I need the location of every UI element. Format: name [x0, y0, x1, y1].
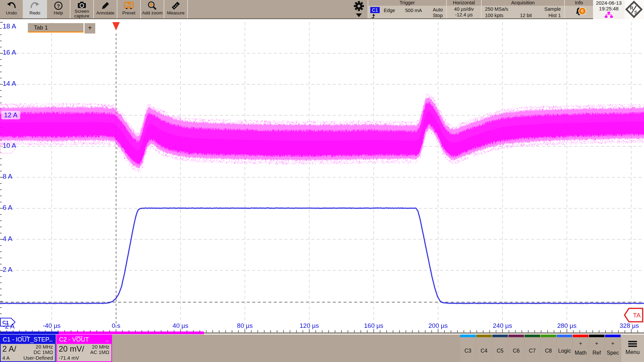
horizontal-section[interactable]: Horizontal 40 µs/div -12.4 µs [446, 0, 481, 18]
gear-icon [353, 1, 365, 13]
annotate-label: Annotate [96, 11, 114, 15]
x-axis-label: 40 µs [173, 322, 189, 329]
trigger-section[interactable]: Trigger C1 Edge 500 mA Auto Stop [368, 0, 446, 18]
redo-label: Redo [30, 11, 40, 15]
c1-scale: 2 A/ [2, 344, 16, 354]
channel-c6-button[interactable]: C6 [508, 335, 524, 362]
undo-icon [6, 1, 16, 11]
c3-color-strip [460, 335, 476, 337]
chevron-down-icon [356, 13, 362, 17]
c1-label: C1 - IOUT_STEP [3, 336, 49, 343]
add-zoom-button[interactable]: Add zoom [141, 0, 164, 18]
zoom-icon [148, 1, 157, 11]
preset-label: Preset [122, 11, 135, 15]
c2-bandwidth: 20 MHz [90, 344, 109, 350]
c2-offset: -71.4 mV [59, 355, 79, 361]
c1-minimize-button[interactable]: _ [49, 334, 52, 343]
undo-label: Undo [6, 11, 17, 15]
rising-edge-icon [371, 13, 376, 19]
svg-text:TA: TA [633, 312, 641, 319]
channel-c5-button[interactable]: C5 [492, 335, 508, 362]
redo-button[interactable]: Redo [23, 0, 47, 18]
top-toolbar: Undo Redo ? Help Screen capture Annotate… [0, 0, 644, 19]
x-axis-label: 200 µs [428, 322, 447, 329]
logic-color-strip [557, 335, 572, 337]
y-axis-label: 18 A [3, 22, 16, 30]
trigger-source-badge: C1 [370, 7, 380, 13]
menu-button[interactable]: Menu [621, 335, 644, 362]
channel-c8-button[interactable]: C8 [541, 335, 556, 362]
waveform-display[interactable]: Tab 1 + C2 C1 TA 18 A16 A14 A12 A10 A8 A… [0, 19, 644, 335]
camera-icon [77, 1, 87, 9]
x-axis-label: 120 µs [300, 322, 319, 329]
y-axis-label: 2 A [3, 266, 12, 274]
screen-capture-label: Screen capture [70, 9, 93, 18]
tab-1[interactable]: Tab 1 [28, 23, 84, 33]
c4-color-strip [476, 335, 492, 337]
settings-control[interactable] [351, 0, 367, 18]
c1-offset: 4 A [2, 355, 10, 361]
time-text: 19:25:48 [593, 6, 625, 11]
math-color-strip [573, 335, 588, 337]
y-axis-label: 16 A [3, 49, 16, 56]
undo-button[interactable]: Undo [0, 0, 23, 18]
waveform-canvas[interactable] [0, 19, 644, 335]
trigger-position-marker[interactable] [112, 22, 120, 31]
channel-c3-button[interactable]: C3 [460, 335, 476, 362]
c1-coupling: DC 1MΩ [34, 350, 53, 355]
measure-label: Measure [167, 11, 185, 15]
channel-c2-box[interactable]: C2 - VOUT _ 20 mV/ 20 MHz AC 1MΩ -71.4 m… [56, 335, 112, 362]
bottom-bar: C1 - IOUT_STEP _ 2 A/ 20 MHz DC 1MΩ 4 A … [0, 335, 644, 362]
c2-minimize-button[interactable]: _ [106, 334, 109, 343]
channel-c1-box[interactable]: C1 - IOUT_STEP _ 2 A/ 20 MHz DC 1MΩ 4 A … [0, 335, 56, 362]
acquisition-record-length: 100 kpts [485, 13, 503, 18]
trigger-level: 500 mA [405, 8, 422, 13]
hamburger-icon [628, 341, 637, 342]
screen-capture-button[interactable]: Screen capture [70, 0, 94, 18]
plus-icon: + [595, 341, 598, 346]
c2-scale: 20 mV/ [59, 344, 84, 354]
x-axis-label: 280 µs [557, 322, 576, 329]
network-icon [593, 12, 625, 19]
notification-badge: 6 [578, 7, 586, 15]
svg-text:S: S [634, 10, 637, 15]
horizontal-position: -12.4 µs [455, 12, 473, 18]
annotate-button[interactable]: Annotate [94, 0, 117, 18]
trigger-type: Edge [384, 8, 395, 13]
logic-button[interactable]: Logic [557, 335, 572, 362]
x-axis-label: 240 µs [493, 322, 512, 329]
trigger-activity-badge: TA [624, 307, 644, 324]
c2-label: C2 - VOUT [59, 336, 89, 343]
x-axis-label: 80 µs [237, 322, 253, 329]
plus-icon: + [611, 341, 614, 346]
add-zoom-label: Add zoom [142, 11, 163, 15]
add-math-button[interactable]: +Math [573, 335, 588, 362]
x-axis-label: 328 µs [620, 322, 639, 329]
channel-c7-button[interactable]: C7 [525, 335, 540, 362]
datetime-panel: 2024-06-13 19:25:48 [593, 0, 625, 19]
c1-label-dots [21, 336, 28, 337]
trigger-state: Stop [433, 13, 443, 18]
add-tab-button[interactable]: + [85, 23, 95, 34]
add-spec-button[interactable]: +Spec [605, 335, 621, 362]
spec-color-strip [605, 335, 621, 337]
measure-button[interactable]: Measure [164, 0, 188, 18]
add-ref-button[interactable]: +Ref [589, 335, 604, 362]
oscilloscope-screen: Undo Redo ? Help Screen capture Annotate… [0, 0, 644, 362]
channel-c4-button[interactable]: C4 [476, 335, 492, 362]
c6-color-strip [508, 335, 524, 337]
plus-icon: + [579, 341, 582, 346]
c1-probe: User-Defined [23, 355, 53, 361]
date-text: 2024-06-13 [593, 0, 625, 6]
y-axis-label: 8 A [3, 173, 12, 180]
preset-button[interactable]: Preset [117, 0, 141, 18]
c2-coupling: AC 1MΩ [90, 350, 109, 355]
svg-text:R: R [630, 5, 633, 11]
info-section[interactable]: Info 6 [564, 0, 593, 18]
help-button[interactable]: ? Help [47, 0, 70, 18]
acquisition-sample-rate: 250 MSa/s [485, 6, 508, 12]
acquisition-section[interactable]: Acquisition 250 MSa/s Sample 100 kpts 12… [481, 0, 564, 18]
x-axis-label: -40 µs [43, 322, 60, 329]
y-axis-label: 10 A [3, 142, 16, 149]
x-axis-label: 160 µs [364, 322, 383, 329]
